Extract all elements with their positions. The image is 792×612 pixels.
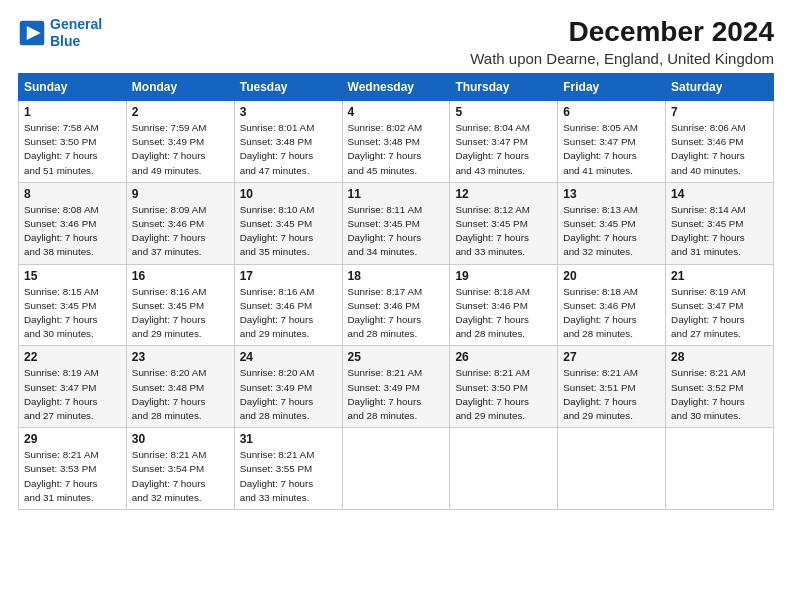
calendar-cell: 15Sunrise: 8:15 AM Sunset: 3:45 PM Dayli… — [19, 264, 127, 346]
day-number: 29 — [24, 432, 121, 446]
day-number: 21 — [671, 269, 768, 283]
calendar-cell: 10Sunrise: 8:10 AM Sunset: 3:45 PM Dayli… — [234, 182, 342, 264]
logo-line2: Blue — [50, 33, 80, 49]
calendar-cell: 24Sunrise: 8:20 AM Sunset: 3:49 PM Dayli… — [234, 346, 342, 428]
logo-icon — [18, 19, 46, 47]
calendar-cell: 19Sunrise: 8:18 AM Sunset: 3:46 PM Dayli… — [450, 264, 558, 346]
day-number: 12 — [455, 187, 552, 201]
day-info: Sunrise: 8:10 AM Sunset: 3:45 PM Dayligh… — [240, 203, 337, 260]
calendar-header-cell: Sunday — [19, 74, 127, 101]
day-info: Sunrise: 8:21 AM Sunset: 3:49 PM Dayligh… — [348, 366, 445, 423]
day-number: 17 — [240, 269, 337, 283]
calendar-header-cell: Saturday — [666, 74, 774, 101]
title-block: December 2024 Wath upon Dearne, England,… — [470, 16, 774, 67]
day-info: Sunrise: 8:18 AM Sunset: 3:46 PM Dayligh… — [563, 285, 660, 342]
day-info: Sunrise: 7:59 AM Sunset: 3:49 PM Dayligh… — [132, 121, 229, 178]
calendar-table: SundayMondayTuesdayWednesdayThursdayFrid… — [18, 73, 774, 510]
calendar-header-cell: Monday — [126, 74, 234, 101]
day-number: 27 — [563, 350, 660, 364]
calendar-cell: 3Sunrise: 8:01 AM Sunset: 3:48 PM Daylig… — [234, 101, 342, 183]
calendar-cell: 2Sunrise: 7:59 AM Sunset: 3:49 PM Daylig… — [126, 101, 234, 183]
day-info: Sunrise: 8:04 AM Sunset: 3:47 PM Dayligh… — [455, 121, 552, 178]
calendar-header-cell: Tuesday — [234, 74, 342, 101]
calendar-cell: 28Sunrise: 8:21 AM Sunset: 3:52 PM Dayli… — [666, 346, 774, 428]
day-info: Sunrise: 8:11 AM Sunset: 3:45 PM Dayligh… — [348, 203, 445, 260]
day-info: Sunrise: 8:08 AM Sunset: 3:46 PM Dayligh… — [24, 203, 121, 260]
day-number: 7 — [671, 105, 768, 119]
day-number: 4 — [348, 105, 445, 119]
day-info: Sunrise: 8:21 AM Sunset: 3:50 PM Dayligh… — [455, 366, 552, 423]
calendar-cell: 26Sunrise: 8:21 AM Sunset: 3:50 PM Dayli… — [450, 346, 558, 428]
calendar-cell: 18Sunrise: 8:17 AM Sunset: 3:46 PM Dayli… — [342, 264, 450, 346]
calendar-cell — [666, 428, 774, 510]
day-number: 30 — [132, 432, 229, 446]
calendar-week-row: 29Sunrise: 8:21 AM Sunset: 3:53 PM Dayli… — [19, 428, 774, 510]
day-number: 6 — [563, 105, 660, 119]
day-number: 11 — [348, 187, 445, 201]
day-info: Sunrise: 8:21 AM Sunset: 3:53 PM Dayligh… — [24, 448, 121, 505]
calendar-cell — [450, 428, 558, 510]
day-info: Sunrise: 8:20 AM Sunset: 3:48 PM Dayligh… — [132, 366, 229, 423]
day-info: Sunrise: 8:12 AM Sunset: 3:45 PM Dayligh… — [455, 203, 552, 260]
calendar-cell: 8Sunrise: 8:08 AM Sunset: 3:46 PM Daylig… — [19, 182, 127, 264]
subtitle: Wath upon Dearne, England, United Kingdo… — [470, 50, 774, 67]
day-number: 5 — [455, 105, 552, 119]
main-title: December 2024 — [470, 16, 774, 48]
day-info: Sunrise: 8:17 AM Sunset: 3:46 PM Dayligh… — [348, 285, 445, 342]
calendar-week-row: 8Sunrise: 8:08 AM Sunset: 3:46 PM Daylig… — [19, 182, 774, 264]
day-number: 14 — [671, 187, 768, 201]
day-info: Sunrise: 8:21 AM Sunset: 3:51 PM Dayligh… — [563, 366, 660, 423]
calendar-cell: 12Sunrise: 8:12 AM Sunset: 3:45 PM Dayli… — [450, 182, 558, 264]
day-info: Sunrise: 8:06 AM Sunset: 3:46 PM Dayligh… — [671, 121, 768, 178]
day-number: 9 — [132, 187, 229, 201]
calendar-week-row: 15Sunrise: 8:15 AM Sunset: 3:45 PM Dayli… — [19, 264, 774, 346]
calendar-header-cell: Wednesday — [342, 74, 450, 101]
calendar-header-cell: Friday — [558, 74, 666, 101]
calendar-cell: 25Sunrise: 8:21 AM Sunset: 3:49 PM Dayli… — [342, 346, 450, 428]
day-info: Sunrise: 8:19 AM Sunset: 3:47 PM Dayligh… — [671, 285, 768, 342]
day-number: 1 — [24, 105, 121, 119]
day-info: Sunrise: 8:09 AM Sunset: 3:46 PM Dayligh… — [132, 203, 229, 260]
day-info: Sunrise: 8:21 AM Sunset: 3:54 PM Dayligh… — [132, 448, 229, 505]
calendar-cell: 17Sunrise: 8:16 AM Sunset: 3:46 PM Dayli… — [234, 264, 342, 346]
calendar-cell: 23Sunrise: 8:20 AM Sunset: 3:48 PM Dayli… — [126, 346, 234, 428]
calendar-cell: 5Sunrise: 8:04 AM Sunset: 3:47 PM Daylig… — [450, 101, 558, 183]
day-number: 31 — [240, 432, 337, 446]
calendar-week-row: 22Sunrise: 8:19 AM Sunset: 3:47 PM Dayli… — [19, 346, 774, 428]
day-number: 24 — [240, 350, 337, 364]
calendar-cell: 21Sunrise: 8:19 AM Sunset: 3:47 PM Dayli… — [666, 264, 774, 346]
day-number: 20 — [563, 269, 660, 283]
calendar-cell: 29Sunrise: 8:21 AM Sunset: 3:53 PM Dayli… — [19, 428, 127, 510]
day-info: Sunrise: 8:02 AM Sunset: 3:48 PM Dayligh… — [348, 121, 445, 178]
day-number: 28 — [671, 350, 768, 364]
calendar-cell: 4Sunrise: 8:02 AM Sunset: 3:48 PM Daylig… — [342, 101, 450, 183]
calendar-cell — [558, 428, 666, 510]
day-info: Sunrise: 8:20 AM Sunset: 3:49 PM Dayligh… — [240, 366, 337, 423]
calendar-cell: 31Sunrise: 8:21 AM Sunset: 3:55 PM Dayli… — [234, 428, 342, 510]
day-number: 2 — [132, 105, 229, 119]
day-number: 18 — [348, 269, 445, 283]
day-number: 22 — [24, 350, 121, 364]
day-info: Sunrise: 8:05 AM Sunset: 3:47 PM Dayligh… — [563, 121, 660, 178]
calendar-cell — [342, 428, 450, 510]
header: General Blue December 2024 Wath upon Dea… — [18, 16, 774, 67]
calendar-cell: 16Sunrise: 8:16 AM Sunset: 3:45 PM Dayli… — [126, 264, 234, 346]
day-info: Sunrise: 8:14 AM Sunset: 3:45 PM Dayligh… — [671, 203, 768, 260]
calendar-cell: 30Sunrise: 8:21 AM Sunset: 3:54 PM Dayli… — [126, 428, 234, 510]
day-info: Sunrise: 8:01 AM Sunset: 3:48 PM Dayligh… — [240, 121, 337, 178]
calendar-cell: 11Sunrise: 8:11 AM Sunset: 3:45 PM Dayli… — [342, 182, 450, 264]
day-info: Sunrise: 8:21 AM Sunset: 3:55 PM Dayligh… — [240, 448, 337, 505]
day-info: Sunrise: 7:58 AM Sunset: 3:50 PM Dayligh… — [24, 121, 121, 178]
day-number: 16 — [132, 269, 229, 283]
day-info: Sunrise: 8:13 AM Sunset: 3:45 PM Dayligh… — [563, 203, 660, 260]
day-info: Sunrise: 8:15 AM Sunset: 3:45 PM Dayligh… — [24, 285, 121, 342]
day-info: Sunrise: 8:19 AM Sunset: 3:47 PM Dayligh… — [24, 366, 121, 423]
calendar-cell: 9Sunrise: 8:09 AM Sunset: 3:46 PM Daylig… — [126, 182, 234, 264]
calendar-cell: 14Sunrise: 8:14 AM Sunset: 3:45 PM Dayli… — [666, 182, 774, 264]
logo-text: General Blue — [50, 16, 102, 50]
page: General Blue December 2024 Wath upon Dea… — [0, 0, 792, 612]
logo-line1: General — [50, 16, 102, 32]
calendar-week-row: 1Sunrise: 7:58 AM Sunset: 3:50 PM Daylig… — [19, 101, 774, 183]
day-number: 13 — [563, 187, 660, 201]
day-number: 3 — [240, 105, 337, 119]
